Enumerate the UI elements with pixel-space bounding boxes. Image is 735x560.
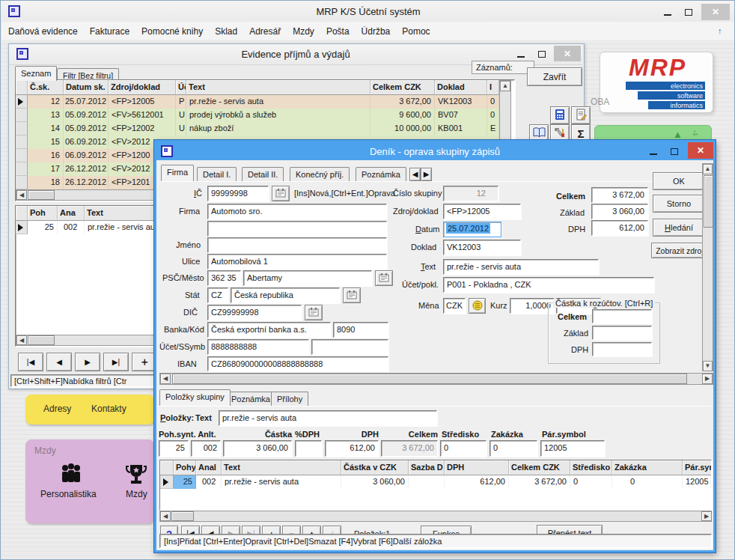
maximize-icon[interactable] [679, 5, 698, 19]
doklad-field[interactable]: VK12003 [443, 240, 521, 255]
detail-col-poh[interactable]: Poh [28, 206, 58, 221]
people-icon[interactable] [58, 463, 84, 487]
firma-field[interactable]: Automoto sro. [207, 204, 387, 219]
col-doklad[interactable]: Doklad [435, 80, 487, 95]
tab-polozky-skupiny[interactable]: Položky skupiny [159, 389, 231, 406]
vscroll-thumb[interactable] [704, 175, 713, 228]
items-col-celkem[interactable]: Celkem CZK [509, 460, 570, 475]
tab-prilohy[interactable]: Přílohy [271, 392, 308, 406]
tab-detail1[interactable]: Detail I. [197, 167, 237, 181]
zobrazit-zdroj-button[interactable]: Zobrazit zdroj [651, 243, 708, 258]
table-row[interactable]: 12 25.07.2012 <FP>12005 P pr.režie - ser… [16, 95, 499, 109]
scroll-left-icon[interactable]: ◀ [160, 511, 171, 521]
items-col-pohy[interactable]: Pohy [174, 460, 196, 475]
storno-button[interactable]: Storno [653, 195, 705, 213]
scroll-up-icon[interactable]: ▲ [703, 164, 713, 174]
hledani-button[interactable]: Hledání [653, 219, 705, 237]
edit-zakazka-field[interactable]: 0 [490, 440, 537, 457]
edit-poh-field[interactable]: 25 [159, 440, 189, 457]
items-col-dph[interactable]: DPH [445, 460, 509, 475]
menu-adresar[interactable]: Adresář [249, 26, 281, 37]
hscroll-thumb[interactable] [171, 511, 194, 521]
col-datum[interactable]: Datum sk. [64, 80, 109, 95]
detail-col-ana[interactable]: Ana [58, 206, 85, 221]
items-col-par[interactable]: Pár.sym [683, 460, 711, 475]
nav-last-button[interactable]: ▶| [103, 353, 129, 371]
kod-field[interactable]: 8090 [333, 322, 388, 338]
menu-fakturace[interactable]: Fakturace [90, 26, 129, 37]
menu-pomocne-knihy[interactable]: Pomocné knihy [141, 26, 203, 37]
ok-button[interactable]: OK [653, 172, 705, 190]
ucet-pokl-field[interactable]: P001 - Pokladna , CZK [443, 277, 654, 293]
menu-mzdy[interactable]: Mzdy [293, 26, 314, 37]
evidence-minimize-icon[interactable] [512, 48, 530, 60]
rozuctov-celkem-field[interactable] [592, 309, 652, 323]
dialog-vscrollbar[interactable]: ▲ ▼ [702, 163, 713, 371]
items-col-stredisko[interactable]: Středisko [570, 460, 612, 475]
tab-konecny[interactable]: Konečný příj. [290, 167, 350, 181]
nav-add-button[interactable]: ＋ [132, 353, 157, 371]
dialog-hscrollbar[interactable]: ◀ ▶ [159, 373, 713, 385]
edit-pdph-field[interactable] [295, 440, 322, 457]
mesto-lookup-button[interactable] [375, 270, 393, 286]
hscroll-thumb[interactable] [28, 335, 55, 345]
up-arrow-icon[interactable]: ▲ [673, 129, 683, 140]
col-i[interactable]: I [487, 80, 499, 95]
jmeno-field[interactable] [207, 237, 387, 253]
tab-firma[interactable]: Firma [161, 165, 194, 181]
currency-button[interactable] [469, 298, 486, 314]
col-text[interactable]: Text [186, 80, 370, 95]
close-evidence-button[interactable]: Zavřít [527, 67, 582, 86]
personalistika-link[interactable]: Personalistika [40, 489, 97, 499]
nav-prev-button[interactable]: ◀ [46, 353, 72, 371]
rozuctov-zaklad-field[interactable] [592, 326, 652, 340]
document-edit-icon-button[interactable] [571, 106, 591, 124]
scroll-up-icon[interactable]: ▲ [500, 81, 510, 91]
tab-poznamka[interactable]: Poznámka [356, 167, 406, 181]
trophy-icon[interactable] [126, 463, 147, 487]
edit-dph-field[interactable]: 612,00 [325, 440, 379, 457]
scroll-left-icon[interactable]: ◀ [160, 374, 171, 384]
menu-danova-evidence[interactable]: Daňová evidence [8, 26, 78, 37]
polozky-text-field[interactable]: pr.režie - servis auta [219, 410, 437, 426]
hscroll-thumb[interactable] [172, 374, 687, 384]
stat-lookup-button[interactable] [343, 287, 361, 303]
adresy-link[interactable]: Adresy [43, 404, 71, 414]
scroll-left-icon[interactable]: ◀ [16, 335, 27, 345]
dialog-minimize-icon[interactable] [644, 145, 662, 157]
items-hscrollbar[interactable]: ◀ ▶ [159, 511, 712, 522]
menu-pomoc[interactable]: Pomoc [402, 26, 430, 37]
firma2-field[interactable] [207, 221, 387, 237]
evidence-maximize-icon[interactable] [533, 48, 551, 60]
edit-anlt-field[interactable]: 002 [191, 440, 221, 457]
tab-seznam[interactable]: Seznam [15, 66, 57, 81]
col-zdroj[interactable]: Zdroj/doklad [109, 80, 176, 95]
hscroll-thumb[interactable] [28, 190, 55, 200]
mzdy-link[interactable]: Mzdy [126, 489, 147, 499]
col-uc[interactable]: Úč [176, 80, 186, 95]
menu-sklad[interactable]: Sklad [215, 26, 237, 37]
iban-field[interactable]: CZ8680900000008888888888 [207, 356, 388, 371]
nav-next-button[interactable]: ▶ [75, 353, 100, 371]
nav-first-button[interactable]: |◀ [18, 353, 43, 371]
move-icon[interactable]: ↔↕ [691, 127, 700, 138]
zdroj-doklad-field[interactable]: <FP>12005 [443, 204, 521, 219]
tab-poznamka-lower[interactable]: Poznámka [225, 392, 276, 406]
mena-field[interactable]: CZK [443, 298, 466, 314]
datum-field[interactable]: 25.07.2012 [443, 222, 501, 237]
ssymb-field[interactable] [311, 339, 388, 355]
scroll-right-icon[interactable]: ▶ [701, 511, 712, 521]
items-col-text[interactable]: Text [222, 460, 341, 475]
edit-par-field[interactable]: 12005 [540, 440, 605, 457]
tab-detail2[interactable]: Detail II. [242, 167, 284, 181]
stat-field[interactable]: Česká republika [231, 287, 340, 303]
menu-overflow-up-icon[interactable]: ↑ [718, 26, 722, 35]
close-icon[interactable]: ✕ [701, 4, 730, 20]
mesto-field[interactable]: Abertamy [243, 270, 372, 286]
edit-stredisko-field[interactable]: 0 [440, 440, 487, 457]
items-col-anal[interactable]: Anal [196, 460, 222, 475]
text-field[interactable]: pr.režie - servis auta [443, 259, 599, 275]
table-row[interactable]: 13 05.09.2012 <FV>5612001 U prodej výrob… [16, 109, 499, 122]
kontakty-link[interactable]: Kontakty [91, 404, 126, 414]
menu-posta[interactable]: Pošta [326, 26, 350, 37]
